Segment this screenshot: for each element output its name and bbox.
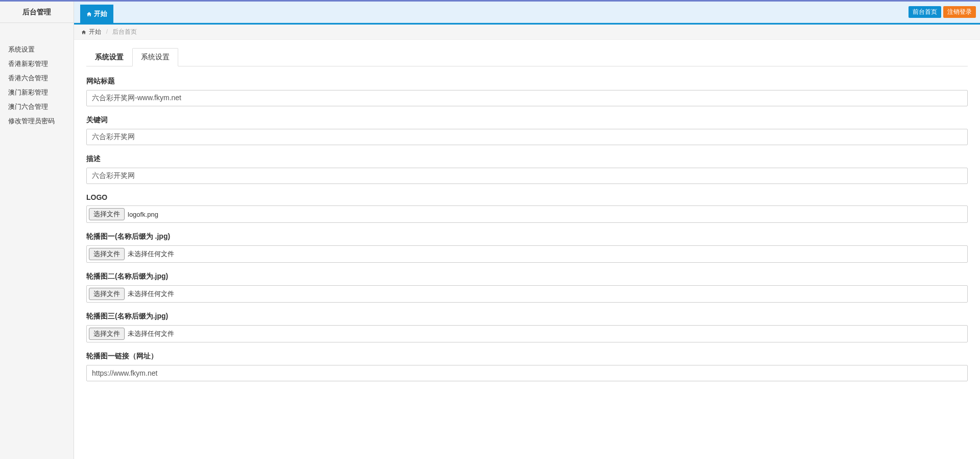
site-title-label: 网站标题: [86, 77, 968, 86]
topbar-actions: 前台首页 注销登录: [909, 6, 976, 18]
carousel1-choose-button[interactable]: 选择文件: [89, 248, 125, 260]
sidebar-item-change-password[interactable]: 修改管理员密码: [0, 114, 74, 128]
sidebar-item-hk-liuhe[interactable]: 香港六合管理: [0, 71, 74, 85]
keywords-input[interactable]: [86, 129, 968, 145]
carousel3-choose-button[interactable]: 选择文件: [89, 328, 125, 340]
site-title-input[interactable]: [86, 90, 968, 106]
content-tab-1[interactable]: 系统设置: [86, 48, 132, 66]
content-tab-2[interactable]: 系统设置: [132, 48, 178, 66]
keywords-label: 关键词: [86, 116, 968, 125]
tab-start[interactable]: 开始: [80, 5, 113, 23]
content-tabs: 系统设置 系统设置: [86, 48, 968, 66]
sidebar-spacer: [0, 23, 74, 40]
home-icon: [86, 11, 92, 17]
breadcrumb-home[interactable]: 开始: [89, 28, 101, 35]
logo-file-input[interactable]: 选择文件 logofk.png: [86, 205, 968, 223]
sidebar-menu: 系统设置 香港新彩管理 香港六合管理 澳门新彩管理 澳门六合管理 修改管理员密码: [0, 40, 74, 130]
carousel1-filename: 未选择任何文件: [128, 249, 174, 259]
carousel1-label: 轮播图一(名称后缀为 .jpg): [86, 232, 968, 241]
sidebar-item-hk-new[interactable]: 香港新彩管理: [0, 57, 74, 71]
main-content: 系统设置 系统设置 网站标题 关键词 描述 LOGO 选择文件 logofk.p…: [74, 40, 980, 399]
topbar: 开始 前台首页 注销登录: [74, 2, 980, 23]
breadcrumb-current: 后台首页: [112, 28, 137, 35]
logo-label: LOGO: [86, 193, 968, 201]
carousel2-label: 轮播图二(名称后缀为.jpg): [86, 272, 968, 281]
sidebar-item-macau-liuhe[interactable]: 澳门六合管理: [0, 100, 74, 114]
logo-filename: logofk.png: [128, 211, 158, 218]
breadcrumb: 开始 / 后台首页: [74, 25, 980, 40]
breadcrumb-separator: /: [106, 28, 108, 35]
carousel3-filename: 未选择任何文件: [128, 329, 174, 338]
description-input[interactable]: [86, 168, 968, 184]
carousel3-file-input[interactable]: 选择文件 未选择任何文件: [86, 325, 968, 342]
logo-choose-button[interactable]: 选择文件: [89, 208, 125, 220]
carousel1-link-label: 轮播图一链接（网址）: [86, 352, 968, 361]
carousel2-filename: 未选择任何文件: [128, 289, 174, 299]
sidebar: 后台管理 系统设置 香港新彩管理 香港六合管理 澳门新彩管理 澳门六合管理 修改…: [0, 2, 74, 459]
front-home-button[interactable]: 前台首页: [909, 6, 941, 18]
carousel3-label: 轮播图三(名称后缀为.jpg): [86, 312, 968, 321]
home-icon: [81, 30, 86, 35]
logout-button[interactable]: 注销登录: [943, 6, 976, 18]
description-label: 描述: [86, 154, 968, 164]
sidebar-item-macau-new[interactable]: 澳门新彩管理: [0, 85, 74, 100]
tabbar: 开始: [74, 2, 113, 22]
carousel1-link-input[interactable]: [86, 365, 968, 381]
brand-title: 后台管理: [0, 2, 74, 23]
sidebar-item-system-settings[interactable]: 系统设置: [0, 42, 74, 57]
carousel1-file-input[interactable]: 选择文件 未选择任何文件: [86, 245, 968, 263]
carousel2-file-input[interactable]: 选择文件 未选择任何文件: [86, 285, 968, 303]
carousel2-choose-button[interactable]: 选择文件: [89, 288, 125, 300]
tab-start-label: 开始: [94, 9, 107, 18]
